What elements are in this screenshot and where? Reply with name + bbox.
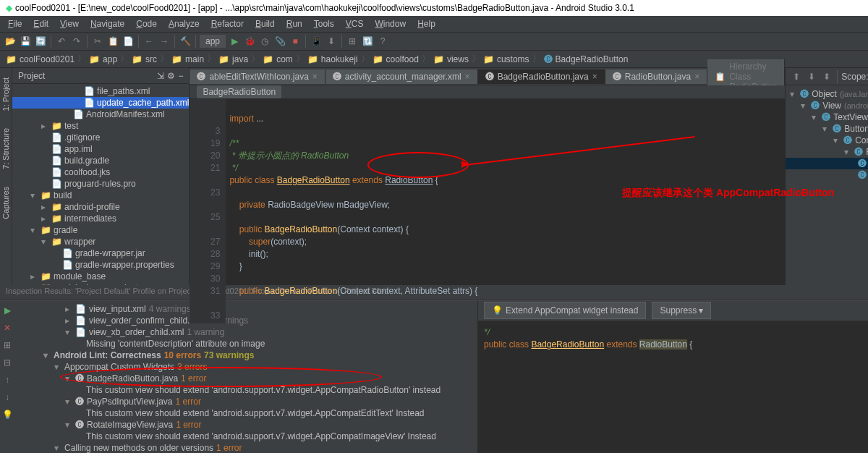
project-tree[interactable]: 📄file_paths.xml📄update_cache_path.xml📄An… xyxy=(12,84,189,285)
tree-item[interactable]: 📄.gitignore xyxy=(12,132,189,143)
code-editor[interactable]: import import ...... /** * 带提示小圆点的 Radio… xyxy=(226,99,785,323)
hier-item[interactable]: ▾🅒TextView (android.widget) xyxy=(786,111,868,123)
tree-item[interactable]: 📄file_paths.xml xyxy=(12,85,189,97)
undo-icon[interactable]: ↶ xyxy=(55,35,68,48)
tab-structure[interactable]: 7: Structure xyxy=(0,122,12,175)
gear-icon[interactable]: ⚙ xyxy=(167,71,175,81)
build-icon[interactable]: 🔨 xyxy=(179,35,192,48)
tree-item[interactable]: ▸📁module_image_selector xyxy=(12,282,189,285)
inspection-item[interactable]: This custom view should extend 'android.… xyxy=(14,384,477,396)
collapse-insp-icon[interactable]: ⊟ xyxy=(1,356,14,369)
class-hier-icon[interactable]: ⬆ xyxy=(790,70,803,83)
crumb-coolfood[interactable]: 📁 coolfood xyxy=(373,54,419,64)
sub-hier-icon[interactable]: ⬍ xyxy=(820,70,833,83)
avd-icon[interactable]: 📱 xyxy=(310,35,323,48)
crumb-com[interactable]: 📁 com xyxy=(263,54,293,64)
close-insp-icon[interactable]: ✕ xyxy=(1,321,14,334)
hier-item[interactable]: ▾🅒View (android.view) xyxy=(786,100,868,111)
crumb-haokukeji[interactable]: 📁 haokukeji xyxy=(307,54,358,64)
rerun-icon[interactable]: ▶ xyxy=(1,304,14,317)
inspection-item[interactable]: ▾🅒BadgeRadioButton.java 1 error xyxy=(14,373,477,384)
crumb-java[interactable]: 📁 java xyxy=(218,54,248,64)
run-config[interactable]: app xyxy=(200,35,226,48)
inspection-item[interactable]: Missing 'contentDescription' attribute o… xyxy=(14,338,477,350)
close-tab-icon[interactable]: × xyxy=(465,72,470,82)
expand-insp-icon[interactable]: ⊞ xyxy=(1,339,14,352)
editor-tab[interactable]: 🅒activity_account_manager.xml× xyxy=(326,69,478,84)
menu-run[interactable]: Run xyxy=(282,17,307,30)
super-hier-icon[interactable]: ⬇ xyxy=(805,70,818,83)
hier-item[interactable]: ▾🅒Button (android.widget) xyxy=(786,123,868,135)
menu-navigate[interactable]: Navigate xyxy=(86,17,129,30)
tree-item[interactable]: 📄coolfood.jks xyxy=(12,166,189,178)
help-icon[interactable]: ? xyxy=(376,35,389,48)
close-tab-icon[interactable]: × xyxy=(694,72,699,82)
tree-item[interactable]: ▾📁gradle xyxy=(12,224,189,236)
editor-tab[interactable]: 🅒BadgeRadioButton.java× xyxy=(478,69,605,84)
hier-item[interactable]: ▾🅒Object (java.lang) xyxy=(786,88,868,100)
inspection-item[interactable]: ▾Android Lint: Correctness 10 errors 73 … xyxy=(14,350,477,361)
crumb-views[interactable]: 📁 views xyxy=(433,54,469,64)
inspection-item[interactable]: This custom view should extend 'android.… xyxy=(14,407,477,419)
menu-refactor[interactable]: Refactor xyxy=(207,17,248,30)
hier-item[interactable]: 🅒AppCompatRadioButton (android.support.v… xyxy=(786,158,868,169)
save-icon[interactable]: 💾 xyxy=(19,35,32,48)
collapse-icon[interactable]: ⇲ xyxy=(157,71,164,81)
close-tab-icon[interactable]: × xyxy=(312,72,318,82)
close-tab-icon[interactable]: × xyxy=(592,72,597,82)
bulb-icon[interactable]: 💡 xyxy=(1,408,14,421)
inspection-item[interactable]: This custom view should extend 'android.… xyxy=(14,431,477,442)
copy-icon[interactable]: 📋 xyxy=(106,35,119,48)
crumb-src[interactable]: 📁 src xyxy=(132,54,157,64)
cut-icon[interactable]: ✂ xyxy=(91,35,104,48)
crumb-main[interactable]: 📁 main xyxy=(171,54,204,64)
forward-icon[interactable]: → xyxy=(158,35,171,48)
inspection-item[interactable]: ▾Calling new methods on older versions 1… xyxy=(14,442,477,453)
menu-tools[interactable]: Tools xyxy=(310,17,339,30)
sync-gradle-icon[interactable]: 🔃 xyxy=(361,35,374,48)
open-icon[interactable]: 📂 xyxy=(4,35,17,48)
tree-item[interactable]: ▸📁module_base xyxy=(12,271,189,282)
inspection-item[interactable]: ▾📄view_xb_order_child.xml 1 warning xyxy=(14,326,477,338)
prev-icon[interactable]: ↑ xyxy=(1,373,14,386)
hier-item[interactable]: ▾🅒RadioButton (android.widget) xyxy=(786,146,868,158)
editor-tab[interactable]: 🅒RadioButton.java× xyxy=(605,69,707,84)
back-icon[interactable]: ← xyxy=(142,35,156,48)
inspection-item[interactable]: ▾🅒PayPsdInputView.java 1 error xyxy=(14,396,477,407)
crumb-app[interactable]: 📁 app xyxy=(89,54,117,64)
editor-tab[interactable]: 🅒ableEditTextWithIcon.java× xyxy=(190,69,325,84)
crumb-BadgeRadioButton[interactable]: 🅒 BadgeRadioButton xyxy=(544,54,629,64)
menu-code[interactable]: Code xyxy=(132,17,161,30)
hier-item[interactable]: ▾🅒CompoundButton (android.widget) xyxy=(786,135,868,146)
tree-item[interactable]: 📄proguard-rules.pro xyxy=(12,178,189,190)
tree-item[interactable]: ▸📁intermediates xyxy=(12,213,189,224)
inspection-item[interactable]: ▾Appcompat Custom Widgets 3 errors xyxy=(14,361,477,373)
tree-item[interactable]: ▾📁build xyxy=(12,190,189,201)
tree-item[interactable]: 📄update_cache_path.xml xyxy=(12,97,189,109)
next-icon[interactable]: ↓ xyxy=(1,391,14,404)
hierarchy-tree[interactable]: ▾🅒Object (java.lang)▾🅒View (android.view… xyxy=(786,85,868,285)
menu-file[interactable]: File xyxy=(4,17,26,30)
profile-icon[interactable]: ◷ xyxy=(258,35,271,48)
stop-icon[interactable]: ■ xyxy=(289,35,302,48)
crumb-customs[interactable]: 📁 customs xyxy=(483,54,529,64)
run-icon[interactable]: ▶ xyxy=(228,35,241,48)
tree-item[interactable]: 📄app.iml xyxy=(12,143,189,155)
menu-vcs[interactable]: VCS xyxy=(341,17,368,30)
attach-icon[interactable]: 📎 xyxy=(273,35,286,48)
menu-view[interactable]: View xyxy=(56,17,83,30)
tab-project[interactable]: 1: Project xyxy=(0,72,12,117)
menu-window[interactable]: Window xyxy=(370,17,410,30)
tree-item[interactable]: ▾📁wrapper xyxy=(12,236,189,247)
tree-item[interactable]: 📄gradle-wrapper.properties xyxy=(12,259,189,271)
menu-help[interactable]: Help xyxy=(413,17,440,30)
menu-build[interactable]: Build xyxy=(251,17,279,30)
sdk-icon[interactable]: ⬇ xyxy=(325,35,338,48)
tree-item[interactable]: ▸📁android-profile xyxy=(12,201,189,213)
tree-item[interactable]: ▸📁test xyxy=(12,120,189,132)
class-crumb[interactable]: BadgeRadioButton xyxy=(197,85,281,98)
paste-icon[interactable]: 📄 xyxy=(122,35,135,48)
sync-icon[interactable]: 🔄 xyxy=(34,35,47,48)
menu-edit[interactable]: Edit xyxy=(29,17,53,30)
tree-item[interactable]: 📄AndroidManifest.xml xyxy=(12,109,189,120)
